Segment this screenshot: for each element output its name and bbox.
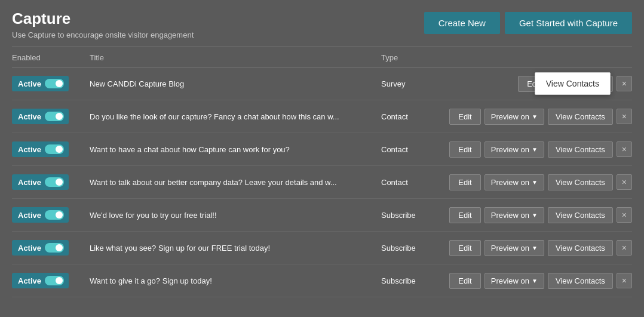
toggle-switch-icon	[45, 243, 64, 253]
preview-label: Preview on	[491, 211, 529, 220]
preview-label: Preview on	[491, 178, 529, 187]
row-type: Contact	[381, 145, 447, 154]
row-title: New CANDDi Capture Blog	[90, 79, 381, 88]
caret-icon: ▼	[532, 179, 538, 186]
row-title: Want to talk about our better company da…	[90, 178, 381, 187]
table-row: Active Do you like the look of our captu…	[12, 100, 632, 133]
get-started-button[interactable]: Get Started with Capture	[505, 12, 632, 34]
active-label: Active	[18, 112, 41, 121]
row-title: Do you like the look of our capture? Fan…	[90, 112, 381, 121]
row-actions: Edit Preview on ▼ View Contacts ×	[447, 273, 632, 289]
row-title: Want to have a chat about how Capture ca…	[90, 145, 381, 154]
table-row: Active Want to give it a go? Sign up tod…	[12, 264, 632, 297]
view-contacts-button[interactable]: View Contacts	[548, 273, 613, 289]
preview-button[interactable]: Preview on ▼	[484, 207, 544, 223]
view-contacts-button[interactable]: View Contacts	[548, 141, 613, 158]
toggle-switch-icon	[45, 177, 64, 187]
create-new-button[interactable]: Create New	[424, 12, 500, 34]
active-toggle[interactable]: Active	[12, 240, 69, 256]
view-contacts-button[interactable]: View Contacts	[548, 174, 613, 190]
page-subtitle: Use Capture to encourage onsite visitor …	[12, 30, 194, 39]
active-toggle[interactable]: Active	[12, 109, 69, 124]
col-header-enabled: Enabled	[12, 53, 90, 62]
active-toggle[interactable]: Active	[12, 141, 69, 157]
toggle-switch-icon	[45, 210, 64, 220]
delete-button[interactable]: ×	[617, 240, 632, 256]
preview-label: Preview on	[491, 276, 529, 285]
edit-button[interactable]: Edit	[449, 273, 480, 289]
delete-button[interactable]: ×	[617, 174, 632, 190]
table-header: Enabled Title Type	[12, 47, 632, 67]
view-contacts-button[interactable]: View Contacts	[548, 109, 613, 125]
table-row: Active Want to talk about our better com…	[12, 166, 632, 199]
active-label: Active	[18, 145, 41, 154]
row-actions: Edit Preview on ▼ View Contacts ×	[447, 141, 632, 158]
preview-label: Preview on	[491, 112, 529, 121]
row-type: Subscribe	[381, 244, 447, 253]
row-enabled-col: Active	[12, 76, 90, 91]
table-row: Active Like what you see? Sign up for ou…	[12, 232, 632, 264]
edit-button[interactable]: Edit	[449, 240, 480, 256]
preview-button[interactable]: Preview on ▼	[484, 240, 544, 256]
captures-table: Enabled Title Type Active New CANDDi Cap…	[0, 47, 644, 297]
table-row: Active We'd love for you to try our free…	[12, 199, 632, 232]
preview-label: Preview on	[491, 145, 529, 154]
row-actions: Edit Preview on ▼ View Contacts ×	[447, 109, 632, 125]
preview-button[interactable]: Preview on ▼	[484, 174, 544, 190]
edit-button[interactable]: Edit	[449, 174, 480, 190]
table-row: Active Want to have a chat about how Cap…	[12, 133, 632, 166]
row-title: Like what you see? Sign up for our FREE …	[90, 244, 381, 253]
row-type: Contact	[381, 112, 447, 121]
table-rows: Active New CANDDi Capture Blog Survey Ed…	[12, 67, 632, 297]
edit-button[interactable]: Edit	[449, 109, 480, 125]
active-toggle[interactable]: Active	[12, 76, 69, 91]
caret-icon: ▼	[532, 245, 538, 251]
toggle-switch-icon	[45, 144, 64, 154]
toggle-switch-icon	[45, 112, 64, 121]
toggle-switch-icon	[45, 276, 64, 285]
view-contacts-button[interactable]: View Contacts	[548, 207, 613, 223]
row-title: Want to give it a go? Sign up today!	[90, 276, 381, 285]
toggle-switch-icon	[45, 79, 64, 88]
caret-icon: ▼	[532, 212, 538, 218]
row-title: We'd love for you to try our free trial!…	[90, 211, 381, 220]
active-toggle[interactable]: Active	[12, 174, 69, 190]
preview-button[interactable]: Preview on ▼	[484, 109, 544, 125]
row-type: Contact	[381, 178, 447, 187]
edit-button[interactable]: Edit	[449, 207, 480, 223]
caret-icon: ▼	[532, 113, 538, 120]
row-type: Subscribe	[381, 211, 447, 220]
delete-button[interactable]: ×	[617, 141, 632, 157]
page-title: Capture	[12, 10, 194, 28]
row-enabled-col: Active	[12, 207, 90, 223]
row-actions: Edit Preview on ▼ View Contacts ×	[447, 240, 632, 256]
active-label: Active	[18, 211, 41, 220]
active-label: Active	[18, 79, 41, 88]
row-enabled-col: Active	[12, 273, 90, 288]
preview-button[interactable]: Preview on ▼	[484, 273, 544, 289]
delete-button[interactable]: ×	[617, 207, 632, 223]
caret-icon: ▼	[532, 278, 538, 284]
row-enabled-col: Active	[12, 109, 90, 124]
delete-button[interactable]: ×	[617, 76, 632, 91]
view-contacts-button[interactable]: View Contacts	[548, 240, 613, 256]
edit-button[interactable]: Edit	[449, 141, 480, 158]
view-contacts-popup[interactable]: View Contacts	[535, 72, 611, 95]
active-label: Active	[18, 276, 41, 285]
page-header: Capture Use Capture to encourage onsite …	[0, 0, 644, 47]
active-toggle[interactable]: Active	[12, 273, 69, 288]
col-header-type: Type	[381, 53, 447, 62]
row-enabled-col: Active	[12, 141, 90, 157]
row-actions: Edit Preview on ▼ View Contacts ×	[447, 76, 632, 92]
table-row: Active New CANDDi Capture Blog Survey Ed…	[12, 67, 632, 100]
row-enabled-col: Active	[12, 240, 90, 256]
active-toggle[interactable]: Active	[12, 207, 69, 223]
active-label: Active	[18, 244, 41, 253]
delete-button[interactable]: ×	[617, 109, 632, 124]
caret-icon: ▼	[532, 146, 538, 153]
delete-button[interactable]: ×	[617, 273, 632, 288]
row-enabled-col: Active	[12, 174, 90, 190]
preview-button[interactable]: Preview on ▼	[484, 141, 544, 158]
row-type: Survey	[381, 79, 447, 88]
active-label: Active	[18, 178, 41, 187]
